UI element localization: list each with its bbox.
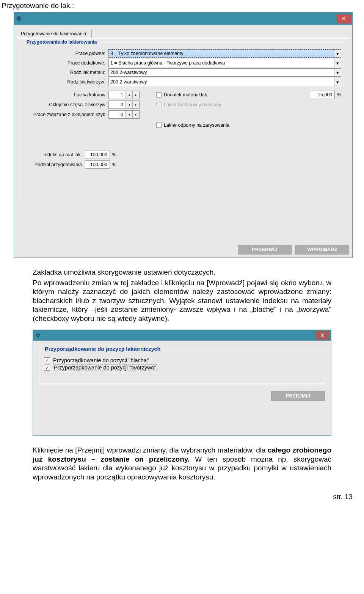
close-icon: ✕ — [341, 15, 346, 22]
checkbox-lakier-zarys[interactable] — [156, 123, 162, 128]
label-prace-dodatkowe: Prace dodatkowe: — [25, 60, 108, 66]
stepper-prace-szyb[interactable]: 0 ◂ ▸ — [108, 110, 140, 119]
app-icon — [35, 333, 41, 338]
chevron-right-icon[interactable]: ▸ — [132, 91, 139, 99]
label-liczba-kolorow: Liczba kolorów — [25, 92, 108, 97]
label-rodz-metal: Rodz.lak.metalu: — [25, 70, 108, 75]
label-lakier-zarys: Lakier odporny na zarysowania — [164, 123, 229, 128]
tab-przygotowanie[interactable]: Przygotowanie do lakierowania — [17, 29, 92, 39]
select-prace-dodatkowe[interactable]: 1 = Blacha praca główna - Tworzywo praca… — [108, 59, 341, 67]
checkbox-lakier-bezbarwny — [156, 102, 162, 107]
label-dodatek: Dodatek materiał lak. — [164, 92, 208, 97]
label-rodz-tworzyw: Rodz.lak.tworzyw: — [25, 79, 108, 85]
doc-para-1: Zakładka umożliwia skorygowanie ustawień… — [33, 268, 331, 277]
stepper-oklejenie[interactable]: 0 ◂ ▸ — [108, 101, 140, 109]
doc-para-2: Po wprowadzeniu zmian w tej zakładce i k… — [33, 278, 331, 323]
label-lakier-bezbarwny: Lakier bezbarwny barwiony — [164, 102, 221, 107]
doc-paragraph-3: Kliknięcie na [Przejmij] wprowadzi zmian… — [33, 446, 331, 481]
input-dodatek-pct[interactable]: 15,000 — [310, 91, 335, 99]
pct-sign: % — [112, 162, 116, 167]
label-tworzywo: Przyporządkowanie do pozycji "tworzywo" — [53, 365, 157, 371]
fieldset-przygotowanie: Przygotowanie do lakierowania Prace głów… — [21, 42, 345, 197]
label-oklejenie: Oklejenie części z tworzyw — [25, 102, 108, 107]
close-icon: ✕ — [320, 332, 325, 339]
fieldset-title: Przyporządkowanie do pozycji lakierniczy… — [43, 346, 162, 352]
input-podzial[interactable]: 100,000 — [85, 160, 110, 169]
window-lakierowanie: ✕ Przygotowanie do lakierowania Przygoto… — [14, 12, 353, 258]
select-rodz-metal[interactable]: 200 2-warstwowy ▾ — [108, 68, 341, 77]
checkbox-blacha[interactable]: ✓ — [44, 357, 50, 363]
label-podzial: Podział przygotowania — [25, 162, 85, 167]
pct-sign: % — [112, 152, 116, 157]
stepper-liczba-kolorow[interactable]: 1 ◂ ▸ — [108, 91, 140, 99]
chevron-down-icon[interactable]: ▾ — [334, 78, 341, 86]
page-footer: str. 13 — [0, 493, 353, 501]
app-icon — [16, 16, 22, 21]
fieldset-title: Przygotowanie do lakierowania — [25, 39, 98, 45]
input-indeks[interactable]: 100,000 — [85, 151, 110, 159]
checkbox-tworzywo[interactable]: ✓ — [44, 365, 50, 371]
titlebar: ✕ — [33, 330, 331, 341]
label-blacha: Przyporządkowanie do pozycji "blacha" — [53, 357, 149, 363]
select-prace-glowne[interactable]: 3 = Tylko zdemontowane elementy ▾ — [108, 49, 341, 58]
label-prace-szyb: Prace związane z oklejaniem szyb — [25, 112, 108, 117]
chevron-left-icon[interactable]: ◂ — [126, 111, 132, 118]
close-button[interactable]: ✕ — [315, 331, 329, 340]
doc-paragraphs: Zakładka umożliwia skorygowanie ustawień… — [33, 268, 331, 323]
chevron-right-icon[interactable]: ▸ — [132, 111, 139, 118]
chevron-right-icon[interactable]: ▸ — [132, 101, 139, 108]
chevron-down-icon[interactable]: ▾ — [334, 50, 341, 57]
chevron-down-icon[interactable]: ▾ — [334, 59, 341, 67]
chevron-left-icon[interactable]: ◂ — [126, 91, 132, 99]
checkbox-dodatek[interactable] — [156, 92, 162, 97]
chevron-down-icon[interactable]: ▾ — [334, 69, 341, 76]
chevron-left-icon[interactable]: ◂ — [126, 101, 132, 108]
pct-sign: % — [337, 92, 341, 97]
close-button[interactable]: ✕ — [336, 14, 351, 23]
select-rodz-tworzyw[interactable]: 200 2-warstwowy ▾ — [108, 78, 341, 86]
page-heading: Przygotowanie do lak.: — [0, 0, 364, 12]
label-prace-glowne: Prace główne: — [25, 51, 108, 56]
titlebar: ✕ — [14, 13, 352, 25]
przerwij-button[interactable]: PRZERWIJ — [238, 245, 292, 255]
window-przyporzadkowanie: ✕ Przyporządkowanie do pozycji lakiernic… — [33, 330, 331, 436]
wprowadz-button[interactable]: WPROWADŹ — [295, 245, 349, 255]
przejmij-button[interactable]: PRZEJMIJ — [271, 391, 325, 401]
label-indeks: Indeks na mat.lak. — [25, 152, 85, 157]
fieldset-przyporzadkowanie: Przyporządkowanie do pozycji lakierniczy… — [39, 349, 325, 383]
